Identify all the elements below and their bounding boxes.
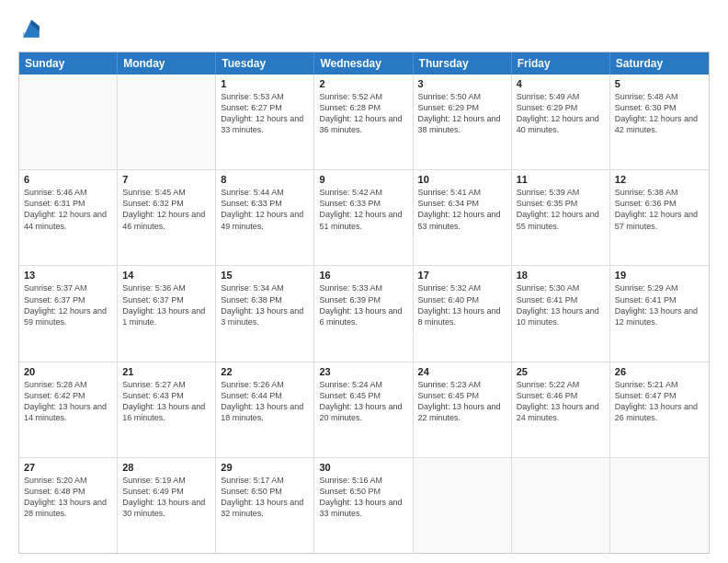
- calendar-cell-empty-5: [512, 458, 610, 553]
- sunset-text: Sunset: 6:40 PM: [418, 294, 506, 305]
- sunrise-text: Sunrise: 5:48 AM: [615, 91, 704, 102]
- sunset-text: Sunset: 6:37 PM: [24, 294, 112, 305]
- sunset-text: Sunset: 6:50 PM: [319, 486, 407, 497]
- sunset-text: Sunset: 6:35 PM: [517, 198, 605, 209]
- daylight-text: Daylight: 13 hours and 30 minutes.: [122, 497, 210, 519]
- calendar-cell-21: 21Sunrise: 5:27 AMSunset: 6:43 PMDayligh…: [118, 362, 216, 457]
- daylight-text: Daylight: 13 hours and 33 minutes.: [319, 497, 407, 519]
- day-number: 27: [24, 462, 112, 473]
- calendar-cell-17: 17Sunrise: 5:32 AMSunset: 6:40 PMDayligh…: [414, 266, 512, 361]
- calendar-cell-25: 25Sunrise: 5:22 AMSunset: 6:46 PMDayligh…: [512, 362, 610, 457]
- day-number: 22: [221, 366, 309, 377]
- day-number: 11: [517, 174, 605, 185]
- daylight-text: Daylight: 13 hours and 1 minute.: [122, 305, 210, 327]
- sunset-text: Sunset: 6:45 PM: [319, 390, 407, 401]
- day-number: 1: [221, 78, 309, 89]
- sunset-text: Sunset: 6:48 PM: [24, 486, 112, 497]
- day-number: 2: [319, 78, 407, 89]
- sunrise-text: Sunrise: 5:37 AM: [24, 282, 112, 293]
- sunset-text: Sunset: 6:39 PM: [319, 294, 407, 305]
- calendar-header-wednesday: Wednesday: [314, 52, 413, 75]
- calendar-cell-19: 19Sunrise: 5:29 AMSunset: 6:41 PMDayligh…: [610, 266, 709, 361]
- sunrise-text: Sunrise: 5:52 AM: [319, 91, 407, 102]
- sunrise-text: Sunrise: 5:46 AM: [24, 187, 112, 198]
- daylight-text: Daylight: 12 hours and 44 minutes.: [24, 209, 112, 231]
- sunrise-text: Sunrise: 5:17 AM: [221, 475, 309, 486]
- calendar-cell-11: 11Sunrise: 5:39 AMSunset: 6:35 PMDayligh…: [512, 170, 610, 265]
- sunset-text: Sunset: 6:41 PM: [517, 294, 605, 305]
- page: SundayMondayTuesdayWednesdayThursdayFrid…: [0, 0, 728, 563]
- calendar-week-2: 6Sunrise: 5:46 AMSunset: 6:31 PMDaylight…: [19, 170, 709, 266]
- sunrise-text: Sunrise: 5:28 AM: [24, 379, 112, 390]
- header: [18, 17, 710, 42]
- sunrise-text: Sunrise: 5:34 AM: [221, 282, 309, 293]
- day-number: 26: [615, 366, 704, 377]
- calendar-cell-23: 23Sunrise: 5:24 AMSunset: 6:45 PMDayligh…: [314, 362, 413, 457]
- daylight-text: Daylight: 13 hours and 28 minutes.: [24, 497, 112, 519]
- calendar-week-5: 27Sunrise: 5:20 AMSunset: 6:48 PMDayligh…: [19, 458, 709, 553]
- day-number: 4: [517, 78, 605, 89]
- calendar-cell-2: 2Sunrise: 5:52 AMSunset: 6:28 PMDaylight…: [314, 75, 413, 169]
- sunset-text: Sunset: 6:46 PM: [517, 390, 605, 401]
- calendar-cell-6: 6Sunrise: 5:46 AMSunset: 6:31 PMDaylight…: [19, 170, 118, 265]
- calendar-cell-1: 1Sunrise: 5:53 AMSunset: 6:27 PMDaylight…: [216, 75, 314, 169]
- sunrise-text: Sunrise: 5:21 AM: [615, 379, 704, 390]
- calendar-cell-empty-6: [610, 458, 709, 553]
- day-number: 29: [221, 462, 309, 473]
- day-number: 25: [517, 366, 605, 377]
- daylight-text: Daylight: 13 hours and 14 minutes.: [24, 401, 112, 423]
- sunrise-text: Sunrise: 5:32 AM: [418, 282, 506, 293]
- sunrise-text: Sunrise: 5:50 AM: [418, 91, 506, 102]
- sunset-text: Sunset: 6:43 PM: [122, 390, 210, 401]
- daylight-text: Daylight: 12 hours and 36 minutes.: [319, 113, 407, 135]
- daylight-text: Daylight: 13 hours and 6 minutes.: [319, 305, 407, 327]
- calendar-cell-3: 3Sunrise: 5:50 AMSunset: 6:29 PMDaylight…: [414, 75, 512, 169]
- sunset-text: Sunset: 6:50 PM: [221, 486, 309, 497]
- day-number: 19: [615, 270, 704, 281]
- calendar-cell-22: 22Sunrise: 5:26 AMSunset: 6:44 PMDayligh…: [216, 362, 314, 457]
- daylight-text: Daylight: 13 hours and 22 minutes.: [418, 401, 506, 423]
- daylight-text: Daylight: 12 hours and 55 minutes.: [517, 209, 605, 231]
- calendar-body: 1Sunrise: 5:53 AMSunset: 6:27 PMDaylight…: [19, 75, 709, 553]
- calendar-cell-30: 30Sunrise: 5:16 AMSunset: 6:50 PMDayligh…: [314, 458, 413, 553]
- sunrise-text: Sunrise: 5:20 AM: [24, 475, 112, 486]
- day-number: 6: [24, 174, 112, 185]
- calendar-cell-8: 8Sunrise: 5:44 AMSunset: 6:33 PMDaylight…: [216, 170, 314, 265]
- day-number: 3: [418, 78, 506, 89]
- calendar-cell-empty-1: [118, 75, 216, 169]
- calendar-cell-16: 16Sunrise: 5:33 AMSunset: 6:39 PMDayligh…: [314, 266, 413, 361]
- daylight-text: Daylight: 12 hours and 51 minutes.: [319, 209, 407, 231]
- day-number: 9: [319, 174, 407, 185]
- day-number: 30: [319, 462, 407, 473]
- day-number: 23: [319, 366, 407, 377]
- calendar-cell-13: 13Sunrise: 5:37 AMSunset: 6:37 PMDayligh…: [19, 266, 118, 361]
- sunset-text: Sunset: 6:29 PM: [418, 102, 506, 113]
- logo: [18, 17, 48, 42]
- calendar-cell-18: 18Sunrise: 5:30 AMSunset: 6:41 PMDayligh…: [512, 266, 610, 361]
- sunrise-text: Sunrise: 5:27 AM: [122, 379, 210, 390]
- sunrise-text: Sunrise: 5:41 AM: [418, 187, 506, 198]
- sunrise-text: Sunrise: 5:53 AM: [221, 91, 309, 102]
- calendar-cell-5: 5Sunrise: 5:48 AMSunset: 6:30 PMDaylight…: [610, 75, 709, 169]
- day-number: 24: [418, 366, 506, 377]
- calendar-cell-15: 15Sunrise: 5:34 AMSunset: 6:38 PMDayligh…: [216, 266, 314, 361]
- sunset-text: Sunset: 6:30 PM: [615, 102, 704, 113]
- calendar-week-3: 13Sunrise: 5:37 AMSunset: 6:37 PMDayligh…: [19, 266, 709, 362]
- sunrise-text: Sunrise: 5:39 AM: [517, 187, 605, 198]
- sunrise-text: Sunrise: 5:45 AM: [122, 187, 210, 198]
- calendar-cell-9: 9Sunrise: 5:42 AMSunset: 6:33 PMDaylight…: [314, 170, 413, 265]
- day-number: 13: [24, 270, 112, 281]
- day-number: 20: [24, 366, 112, 377]
- day-number: 8: [221, 174, 309, 185]
- sunset-text: Sunset: 6:37 PM: [122, 294, 210, 305]
- calendar-cell-20: 20Sunrise: 5:28 AMSunset: 6:42 PMDayligh…: [19, 362, 118, 457]
- sunset-text: Sunset: 6:42 PM: [24, 390, 112, 401]
- calendar-cell-4: 4Sunrise: 5:49 AMSunset: 6:29 PMDaylight…: [512, 75, 610, 169]
- daylight-text: Daylight: 13 hours and 26 minutes.: [615, 401, 704, 423]
- sunset-text: Sunset: 6:29 PM: [517, 102, 605, 113]
- sunrise-text: Sunrise: 5:42 AM: [319, 187, 407, 198]
- sunrise-text: Sunrise: 5:29 AM: [615, 282, 704, 293]
- sunrise-text: Sunrise: 5:49 AM: [517, 91, 605, 102]
- sunrise-text: Sunrise: 5:38 AM: [615, 187, 704, 198]
- day-number: 15: [221, 270, 309, 281]
